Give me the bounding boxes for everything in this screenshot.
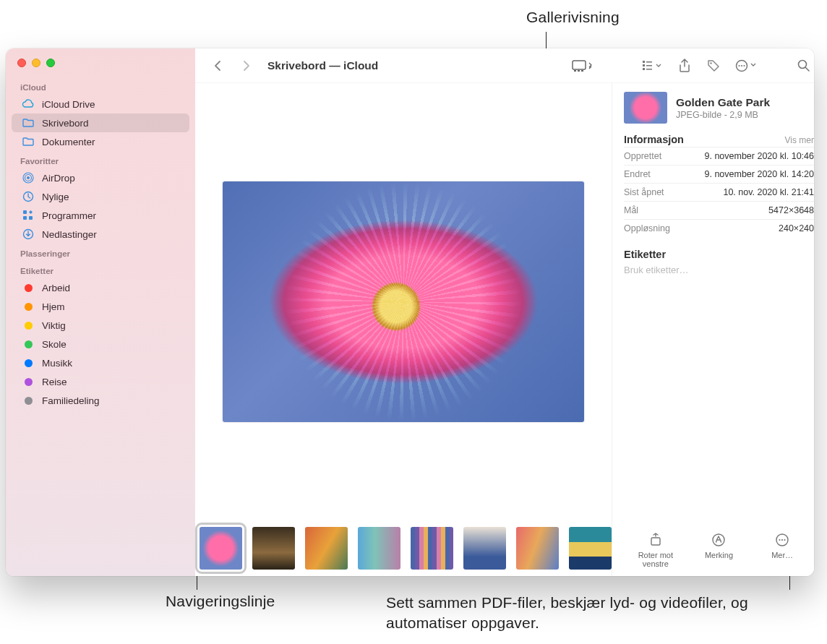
svg-rect-10 [578,70,580,72]
fullscreen-button[interactable] [46,59,55,67]
thumbnail[interactable] [516,527,559,570]
thumbnail[interactable] [463,527,506,570]
tag-icon [22,338,35,351]
svg-rect-9 [574,70,576,72]
sidebar-item-label: Familiedeling [42,395,100,406]
info-section-title: Informasjon [624,134,684,145]
markup-icon [711,532,727,548]
tags-input[interactable]: Bruk etiketter… [624,265,814,275]
sidebar-item[interactable]: Arbeid [12,278,189,297]
svg-rect-16 [643,68,645,70]
more-actions-button[interactable]: Mer… [755,532,810,569]
group-button[interactable] [636,56,668,76]
callout-quick-actions: Sett sammen PDF-filer, beskjær lyd- og v… [386,593,791,634]
info-thumbnail [624,92,667,124]
info-value: 9. november 2020 kl. 10:46 [705,151,815,161]
sidebar-item[interactable]: Skrivebord [12,113,189,132]
tag-icon [22,394,35,407]
window-controls [6,59,195,77]
sidebar-item-label: Viktig [42,320,66,331]
close-button[interactable] [17,59,26,67]
svg-rect-12 [643,61,645,63]
preview-area [195,83,612,576]
tag-icon [22,319,35,332]
svg-point-27 [779,539,781,541]
show-more-link[interactable]: Vis mer [785,135,814,145]
file-subtitle: JPEG-bilde - 2,9 MB [676,110,770,120]
svg-point-20 [738,64,740,66]
sidebar-item[interactable]: Dokumenter [12,132,189,151]
forward-button[interactable] [234,56,259,76]
svg-rect-4 [23,210,27,214]
svg-rect-14 [643,64,645,66]
sidebar-item[interactable]: Familiedeling [12,391,189,410]
folder-icon [22,135,35,148]
sidebar-item-label: Skole [42,339,67,350]
callout-navigation-bar: Navigeringslinje [166,593,275,610]
info-key: Opprettet [624,151,661,161]
info-row: Endret9. november 2020 kl. 14:20 [624,165,814,183]
sidebar-item[interactable]: Musikk [12,353,189,372]
action-menu-button[interactable] [730,56,762,76]
sidebar-item[interactable]: Nedlastinger [12,225,189,244]
markup-button[interactable]: Merking [691,532,746,569]
download-icon [22,228,35,241]
info-value: 9. november 2020 kl. 14:20 [705,169,815,179]
thumbnail[interactable] [358,527,400,570]
svg-rect-13 [646,61,652,63]
share-button[interactable] [672,56,697,76]
sidebar-item[interactable]: Hjem [12,297,189,316]
info-row: Opprettet9. november 2020 kl. 10:46 [624,147,814,165]
tags-button[interactable] [701,56,726,76]
thumbnail[interactable] [305,527,348,570]
sidebar-item[interactable]: iCloud Drive [12,95,189,113]
sidebar-item[interactable]: Skole [12,335,189,353]
sidebar-item[interactable]: Reise [12,372,189,391]
tag-icon [22,356,35,369]
airdrop-icon [22,171,35,184]
info-section-header: Informasjon Vis mer [624,134,814,145]
minimize-button[interactable] [32,59,40,67]
sidebar-item-label: Dokumenter [42,137,95,147]
action-label: Mer… [771,551,793,560]
main-area: Skrivebord — iCloud [195,48,814,576]
toolbar: Skrivebord — iCloud [195,48,814,83]
search-button[interactable] [791,56,814,76]
sidebar-item-label: Skrivebord [42,118,89,129]
info-key: Sist åpnet [624,187,664,197]
finder-window: iCloudiCloud DriveSkrivebordDokumenterFa… [6,48,814,576]
svg-point-23 [798,61,806,69]
preview-image[interactable] [223,181,584,422]
svg-point-0 [27,176,30,179]
svg-rect-5 [23,216,27,220]
svg-rect-8 [573,61,586,69]
sidebar-item[interactable]: Programmer [12,206,189,225]
tags-section-title: Etiketter [624,249,814,260]
view-mode-gallery-button[interactable] [567,56,599,76]
sidebar-item-label: Musikk [42,358,72,369]
tag-icon [22,375,35,388]
svg-point-28 [781,539,783,541]
sidebar-item[interactable]: Nylige [12,187,189,206]
quick-actions: Roter mot venstre Merking Mer… [624,525,814,569]
more-icon [774,532,790,548]
apps-icon [22,209,35,222]
action-label: Merking [705,551,733,560]
sidebar-item-label: Nedlastinger [42,229,97,240]
rotate-left-button[interactable]: Roter mot venstre [628,532,683,569]
thumbnail[interactable] [200,527,242,570]
svg-point-21 [741,64,742,66]
content-area: Golden Gate Park JPEG-bilde - 2,9 MB Inf… [195,83,814,576]
thumbnail[interactable] [569,527,612,570]
thumbnail[interactable] [411,527,453,570]
cloud-icon [22,98,35,111]
info-key: Endret [624,169,651,179]
thumbnail[interactable] [252,527,295,570]
sidebar-item-label: Hjem [42,301,65,312]
sidebar: iCloudiCloud DriveSkrivebordDokumenterFa… [6,48,195,576]
back-button[interactable] [205,56,230,76]
sidebar-item[interactable]: Viktig [12,316,189,335]
info-key: Oppløsning [624,223,670,233]
sidebar-item[interactable]: AirDrop [12,168,189,187]
sidebar-item-label: Nylige [42,192,69,202]
